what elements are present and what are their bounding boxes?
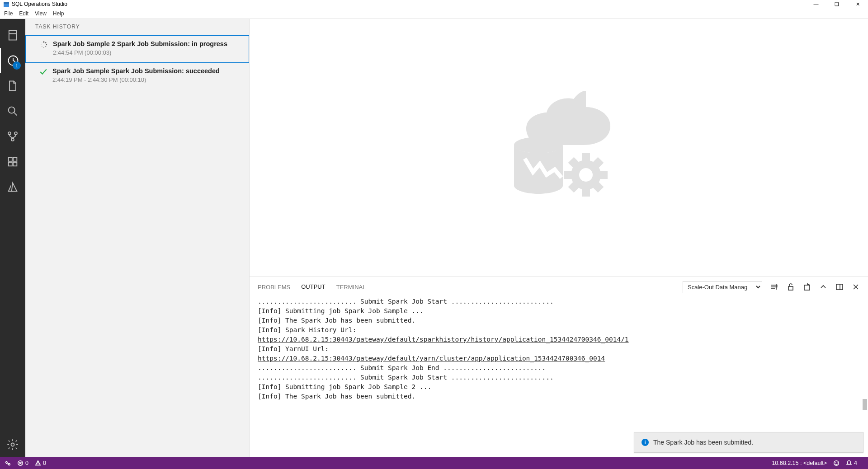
check-icon [39,67,48,76]
status-remote[interactable] [5,460,11,466]
svg-rect-12 [9,162,12,166]
svg-point-9 [11,138,14,141]
app-title: SQL Operations Studio [12,1,67,7]
svg-rect-38 [788,286,793,290]
panel-area: PROBLEMS OUTPUT TERMINAL Scale-Out Data … [250,277,868,457]
activity-badge: 1 [13,61,21,70]
output-line: https://10.68.2.15:30443/gateway/default… [258,354,860,363]
activity-search[interactable] [0,98,25,124]
menu-edit[interactable]: Edit [16,9,32,18]
activity-azure[interactable] [0,174,25,200]
svg-point-7 [8,132,11,135]
svg-point-19 [43,47,44,48]
workbench: 1 TASK HISTORY [0,19,868,457]
menu-file[interactable]: File [1,9,16,18]
activity-extensions[interactable] [0,149,25,174]
output-line: [Info] The Spark Job has been submitted. [258,392,860,401]
output-line: ......................... Submit Spark J… [258,297,860,306]
status-notifications[interactable]: 4 [846,460,857,466]
editor-area [250,19,868,277]
output-line: [Info] YarnUI Url: [258,344,860,354]
output-line: [Info] Submitting job Spark Job Sample 2… [258,382,860,392]
activity-task-history[interactable]: 1 [0,48,25,73]
svg-line-30 [571,160,576,165]
task-title: Spark Job Sample Spark Job Submission: s… [52,67,241,75]
menu-help[interactable]: Help [50,9,67,18]
info-icon: i [642,439,649,446]
close-panel-icon[interactable] [852,283,860,291]
task-time: 2:44:54 PM (00:00:03) [53,49,241,56]
window-minimize-button[interactable]: — [806,0,826,8]
tab-problems[interactable]: PROBLEMS [258,281,290,293]
tab-output[interactable]: OUTPUT [301,281,325,293]
status-connection[interactable]: 10.68.2.15 : <default> [772,460,827,466]
status-warnings-count: 0 [43,460,46,466]
task-item[interactable]: Spark Job Sample 2 Spark Job Submission:… [25,35,249,63]
task-time: 2:44:19 PM - 2:44:30 PM (00:00:10) [52,76,241,83]
svg-rect-11 [13,158,17,161]
main-area: PROBLEMS OUTPUT TERMINAL Scale-Out Data … [250,19,868,457]
toast-text: The Spark Job has been submitted. [653,439,753,446]
activity-settings[interactable] [0,432,25,457]
svg-point-14 [11,443,14,446]
svg-line-31 [595,160,601,165]
svg-point-22 [42,42,42,43]
svg-line-32 [571,184,576,190]
svg-line-33 [595,184,601,190]
title-bar: SQL Operations Studio — ❏ ✕ [0,0,868,8]
activity-servers[interactable] [0,23,25,48]
window-close-button[interactable]: ✕ [847,0,868,8]
scrollbar-thumb[interactable] [863,399,867,410]
activity-bar: 1 [0,19,25,457]
svg-rect-40 [836,284,843,290]
svg-point-18 [45,46,46,47]
svg-point-15 [43,42,45,43]
svg-point-5 [9,107,15,113]
output-line: [Info] Submitting job Spark Job Sample .… [258,306,860,316]
chevron-up-icon[interactable] [819,283,827,291]
status-bell-count: 4 [854,460,857,466]
svg-point-8 [14,132,17,135]
output-source-select[interactable]: Scale-Out Data Manag [683,281,762,293]
svg-point-17 [46,44,47,45]
svg-rect-1 [4,2,9,4]
status-feedback[interactable] [833,460,840,466]
task-item[interactable]: Spark Job Sample Spark Job Submission: s… [25,63,249,89]
status-errors[interactable]: 0 [17,460,28,466]
svg-rect-13 [13,162,17,166]
menu-view[interactable]: View [32,9,50,18]
svg-point-52 [837,462,837,463]
svg-point-16 [45,42,47,44]
svg-point-44 [6,462,8,464]
task-title: Spark Job Sample 2 Spark Job Submission:… [53,40,241,47]
output-line: https://10.68.2.15:30443/gateway/default… [258,335,860,344]
clear-output-icon[interactable] [803,283,811,291]
activity-source-control[interactable] [0,124,25,149]
output-line: ......................... Submit Spark J… [258,363,860,373]
activity-explorer[interactable] [0,73,25,98]
status-warnings[interactable]: 0 [35,460,46,466]
svg-point-21 [41,44,42,45]
task-body: Spark Job Sample 2 Spark Job Submission:… [53,40,241,56]
status-bar: 0 0 10.68.2.15 : <default> 4 [0,457,868,469]
notification-toast[interactable]: i The Spark Job has been submitted. [634,432,863,453]
output-line: [Info] Spark History Url: [258,325,860,335]
product-logo [491,80,627,216]
svg-rect-39 [804,285,810,290]
lock-icon[interactable] [787,283,795,291]
toggle-word-wrap-icon[interactable] [770,283,778,291]
app-icon [3,0,10,8]
panel-actions: Scale-Out Data Manag [377,281,860,293]
window-maximize-button[interactable]: ❏ [826,0,847,8]
task-list: Spark Job Sample 2 Spark Job Submission:… [25,35,249,457]
svg-point-25 [579,168,593,182]
spinner-icon [39,40,48,49]
task-body: Spark Job Sample Spark Job Submission: s… [52,67,241,83]
panel-tabs: PROBLEMS OUTPUT TERMINAL Scale-Out Data … [250,277,868,297]
status-errors-count: 0 [25,460,28,466]
tab-terminal[interactable]: TERMINAL [336,281,366,293]
svg-point-20 [42,46,42,47]
output-line: [Info] The Spark Job has been submitted. [258,316,860,325]
side-panel: TASK HISTORY Spark Job Sample 2 Spark Jo… [25,19,250,457]
panel-position-icon[interactable] [835,283,844,291]
